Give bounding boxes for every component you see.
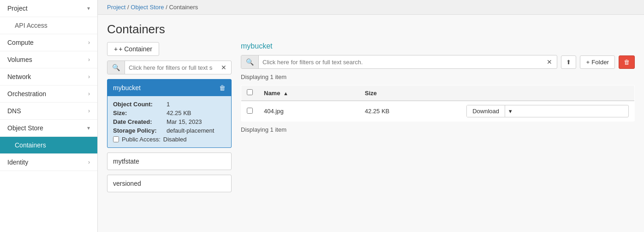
- download-button[interactable]: Download: [467, 105, 505, 117]
- right-search-bar: 🔍 ✕: [241, 55, 557, 69]
- upload-icon: ⬆: [566, 59, 571, 66]
- storage-policy-row: Storage Policy: default-placement: [113, 127, 226, 134]
- size-value: 42.25 KB: [167, 110, 191, 116]
- sidebar-item-identity[interactable]: Identity ›: [0, 154, 97, 171]
- container-details: Object Count: 1 Size: 42.25 KB Date Crea…: [107, 96, 231, 147]
- container-item-mytfstate[interactable]: mytfstate: [107, 153, 232, 170]
- container-versioned-name: versioned: [113, 180, 141, 187]
- select-all-col: [241, 85, 259, 101]
- container-item-versioned[interactable]: versioned: [107, 175, 232, 192]
- select-all-checkbox[interactable]: [247, 89, 253, 95]
- sidebar-item-dns[interactable]: DNS ›: [0, 103, 97, 120]
- search-icon[interactable]: 🔍: [107, 61, 125, 74]
- displaying-count-bottom: Displaying 1 item: [241, 126, 635, 133]
- actions-col-header: [461, 85, 634, 101]
- container-mytfstate-name: mytfstate: [113, 158, 139, 165]
- upload-button[interactable]: ⬆: [561, 55, 576, 69]
- folder-label: Folder: [591, 59, 609, 66]
- size-label: Size:: [113, 110, 164, 116]
- plus-icon: +: [114, 45, 118, 53]
- content-area: + + Container 🔍 ✕ mybucket 🗑 Object Coun…: [98, 42, 644, 232]
- table-row: 404.jpg 42.25 KB Download ▾: [241, 101, 635, 122]
- right-panel: mybucket 🔍 ✕ ⬆ + Folder 🗑 Displa: [241, 42, 635, 223]
- page-title: Containers: [98, 15, 644, 42]
- delete-bucket-button[interactable]: 🗑: [619, 55, 635, 69]
- add-container-button[interactable]: + + Container: [107, 42, 159, 56]
- dns-label: DNS: [7, 107, 21, 115]
- sidebar-item-api-access[interactable]: API Access: [0, 17, 97, 34]
- container-item-mybucket[interactable]: mybucket 🗑 Object Count: 1 Size: 42.25 K…: [107, 79, 232, 148]
- public-access-label: Public Access:: [122, 136, 161, 143]
- sidebar-item-containers[interactable]: Containers: [0, 137, 97, 154]
- api-access-label: API Access: [15, 22, 48, 29]
- chevron-right-icon: ›: [88, 91, 90, 97]
- sidebar-item-compute[interactable]: Compute ›: [0, 34, 97, 51]
- date-created-value: Mar 15, 2023: [167, 118, 202, 125]
- bucket-title: mybucket: [241, 42, 635, 50]
- download-caret-button[interactable]: ▾: [505, 105, 516, 117]
- breadcrumb-object-store[interactable]: Object Store: [131, 4, 164, 11]
- right-search-clear-icon[interactable]: ✕: [542, 55, 557, 68]
- delete-icon: 🗑: [624, 59, 630, 66]
- object-store-label: Object Store: [7, 124, 43, 132]
- file-name: 404.jpg: [264, 108, 284, 115]
- file-name-cell: 404.jpg: [258, 101, 359, 122]
- sidebar-item-volumes[interactable]: Volumes ›: [0, 51, 97, 68]
- orchestration-label: Orchestration: [7, 90, 46, 98]
- right-search-icon[interactable]: 🔍: [241, 55, 259, 68]
- displaying-count-top: Displaying 1 item: [241, 73, 635, 80]
- chevron-right-icon: ›: [88, 108, 90, 114]
- object-count-value: 1: [167, 101, 170, 108]
- file-actions-cell: Download ▾: [461, 101, 634, 122]
- sidebar-item-orchestration[interactable]: Orchestration ›: [0, 85, 97, 103]
- add-folder-button[interactable]: + Folder: [580, 55, 615, 69]
- table-header-row: Name ▲ Size: [241, 85, 635, 101]
- sidebar: Project ▾ API Access Compute › Volumes ›…: [0, 0, 98, 232]
- row-checkbox[interactable]: [247, 108, 253, 114]
- date-created-row: Date Created: Mar 15, 2023: [113, 118, 226, 125]
- container-name: mybucket: [113, 84, 141, 92]
- public-access-row: Public Access: Disabled: [113, 136, 226, 143]
- file-table: Name ▲ Size 404.jpg: [241, 85, 635, 122]
- sidebar-item-object-store[interactable]: Object Store ▾: [0, 120, 97, 137]
- identity-label: Identity: [7, 159, 28, 166]
- breadcrumb: Project / Object Store / Containers: [98, 0, 644, 15]
- left-search-bar: 🔍 ✕: [107, 61, 232, 74]
- search-clear-icon[interactable]: ✕: [216, 61, 231, 74]
- size-col-header: Size: [359, 85, 461, 101]
- breadcrumb-containers: Containers: [169, 4, 198, 11]
- object-count-row: Object Count: 1: [113, 101, 226, 108]
- file-size-cell: 42.25 KB: [359, 101, 461, 122]
- storage-policy-label: Storage Policy:: [113, 127, 164, 134]
- public-access-value: Disabled: [163, 136, 187, 143]
- left-panel: + + Container 🔍 ✕ mybucket 🗑 Object Coun…: [107, 42, 232, 223]
- sidebar-item-project[interactable]: Project ▾: [0, 0, 97, 17]
- container-header[interactable]: mybucket 🗑: [107, 79, 231, 96]
- chevron-down-icon: ▾: [87, 125, 90, 131]
- volumes-label: Volumes: [7, 56, 32, 63]
- plus-folder-icon: +: [586, 59, 590, 66]
- project-label: Project: [7, 5, 28, 12]
- containers-label: Containers: [15, 141, 46, 149]
- caret-down-icon: ▾: [509, 108, 512, 115]
- name-col-header[interactable]: Name ▲: [258, 85, 359, 101]
- chevron-right-icon: ›: [88, 73, 90, 80]
- main-content: Project / Object Store / Containers Cont…: [98, 0, 644, 232]
- file-table-body: 404.jpg 42.25 KB Download ▾: [241, 101, 635, 122]
- public-access-checkbox[interactable]: [113, 136, 119, 142]
- right-search-input[interactable]: [259, 56, 542, 68]
- breadcrumb-project[interactable]: Project: [107, 4, 125, 11]
- left-search-input[interactable]: [125, 61, 216, 74]
- chevron-right-icon: ›: [88, 39, 90, 46]
- chevron-down-icon: ▾: [87, 5, 90, 12]
- download-btn-group: Download ▾: [466, 105, 629, 117]
- row-checkbox-cell: [241, 101, 259, 122]
- add-container-label: + Container: [119, 45, 152, 53]
- sidebar-item-network[interactable]: Network ›: [0, 68, 97, 85]
- trash-icon[interactable]: 🗑: [219, 84, 226, 92]
- object-count-label: Object Count:: [113, 101, 164, 108]
- chevron-right-icon: ›: [88, 159, 90, 165]
- sort-asc-icon: ▲: [283, 91, 288, 96]
- download-label: Download: [472, 108, 499, 115]
- right-toolbar: 🔍 ✕ ⬆ + Folder 🗑: [241, 55, 635, 69]
